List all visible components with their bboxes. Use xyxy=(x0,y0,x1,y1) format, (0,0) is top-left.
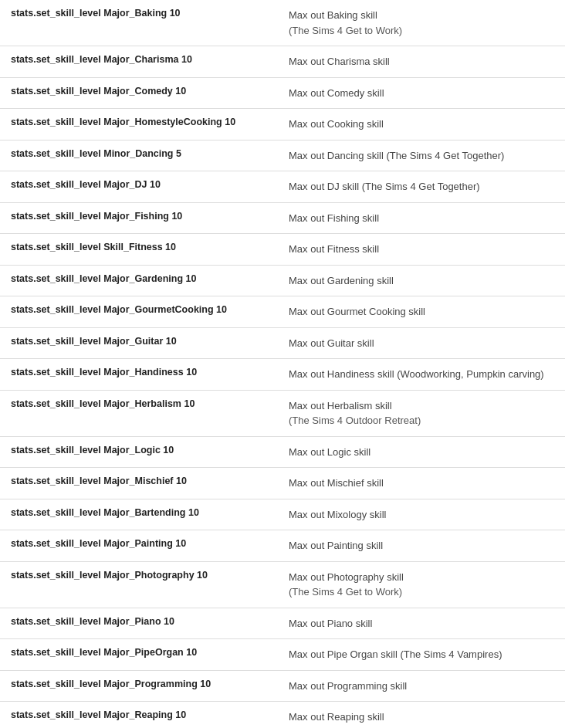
table-row: stats.set_skill_level Major_Guitar 10Max… xyxy=(0,327,565,359)
command-cell: stats.set_skill_level Major_Fishing 10 xyxy=(0,202,278,234)
description-cell: Max out Programming skill xyxy=(278,670,565,702)
description-cell: Max out Baking skill(The Sims 4 Get to W… xyxy=(278,0,565,46)
description-cell: Max out Charisma skill xyxy=(278,46,565,78)
command-cell: stats.set_skill_level Major_Comedy 10 xyxy=(0,77,278,109)
description-cell: Max out Cooking skill xyxy=(278,109,565,141)
command-cell: stats.set_skill_level Major_Bartending 1… xyxy=(0,499,278,530)
description-cell: Max out Handiness skill (Woodworking, Pu… xyxy=(278,359,565,391)
command-cell: stats.set_skill_level Major_GourmetCooki… xyxy=(0,296,278,328)
description-cell: Max out Herbalism skill(The Sims 4 Outdo… xyxy=(278,390,565,436)
table-row: stats.set_skill_level Major_DJ 10Max out… xyxy=(0,171,565,203)
description-main: Max out Herbalism skill xyxy=(289,400,392,411)
table-row: stats.set_skill_level Skill_Fitness 10Ma… xyxy=(0,234,565,266)
command-cell: stats.set_skill_level Major_Herbalism 10 xyxy=(0,390,278,436)
description-cell: Max out Guitar skill xyxy=(278,327,565,359)
table-row: stats.set_skill_level Major_Comedy 10Max… xyxy=(0,77,565,109)
command-cell: stats.set_skill_level Major_Handiness 10 xyxy=(0,359,278,391)
command-cell: stats.set_skill_level Skill_Fitness 10 xyxy=(0,234,278,266)
table-row: stats.set_skill_level Major_PipeOrgan 10… xyxy=(0,639,565,671)
description-main: Max out Photography skill xyxy=(289,571,404,583)
description-cell: Max out Photography skill(The Sims 4 Get… xyxy=(278,561,565,608)
description-cell: Max out Mischief skill xyxy=(278,468,565,499)
table-row: stats.set_skill_level Major_Baking 10Max… xyxy=(0,0,565,46)
table-row: stats.set_skill_level Major_Reaping 10Ma… xyxy=(0,702,565,729)
description-cell: Max out Reaping skill xyxy=(278,702,565,729)
table-row: stats.set_skill_level Major_GourmetCooki… xyxy=(0,296,565,328)
description-cell: Max out Gardening skill xyxy=(278,265,565,296)
table-row: stats.set_skill_level Major_HomestyleCoo… xyxy=(0,109,565,141)
command-cell: stats.set_skill_level Major_Guitar 10 xyxy=(0,327,278,359)
description-cell: Max out Gourmet Cooking skill xyxy=(278,296,565,328)
description-main: Max out Baking skill xyxy=(289,9,377,21)
command-cell: stats.set_skill_level Major_Reaping 10 xyxy=(0,702,278,729)
table-row: stats.set_skill_level Major_Herbalism 10… xyxy=(0,390,565,436)
table-row: stats.set_skill_level Major_Handiness 10… xyxy=(0,359,565,391)
description-cell: Max out Fitness skill xyxy=(278,234,565,266)
table-row: stats.set_skill_level Major_Bartending 1… xyxy=(0,499,565,530)
table-row: stats.set_skill_level Major_Logic 10Max … xyxy=(0,436,565,468)
description-cell: Max out Logic skill xyxy=(278,436,565,468)
command-cell: stats.set_skill_level Major_Gardening 10 xyxy=(0,265,278,296)
command-cell: stats.set_skill_level Major_DJ 10 xyxy=(0,171,278,203)
description-cell: Max out Pipe Organ skill (The Sims 4 Vam… xyxy=(278,639,565,671)
command-cell: stats.set_skill_level Major_Painting 10 xyxy=(0,530,278,562)
table-row: stats.set_skill_level Minor_Dancing 5Max… xyxy=(0,140,565,171)
description-cell: Max out Dancing skill (The Sims 4 Get To… xyxy=(278,140,565,171)
command-cell: stats.set_skill_level Minor_Dancing 5 xyxy=(0,140,278,171)
command-cell: stats.set_skill_level Major_PipeOrgan 10 xyxy=(0,639,278,671)
command-cell: stats.set_skill_level Major_Charisma 10 xyxy=(0,46,278,78)
command-cell: stats.set_skill_level Major_Photography … xyxy=(0,561,278,608)
description-cell: Max out Painting skill xyxy=(278,530,565,562)
command-cell: stats.set_skill_level Major_Mischief 10 xyxy=(0,468,278,499)
description-subtext: (The Sims 4 Get to Work) xyxy=(289,584,554,600)
table-row: stats.set_skill_level Major_Programming … xyxy=(0,670,565,702)
table-row: stats.set_skill_level Major_Gardening 10… xyxy=(0,265,565,296)
table-row: stats.set_skill_level Major_Photography … xyxy=(0,561,565,608)
skills-table: stats.set_skill_level Major_Baking 10Max… xyxy=(0,0,565,728)
description-subtext: (The Sims 4 Get to Work) xyxy=(289,23,554,39)
description-cell: Max out Comedy skill xyxy=(278,77,565,109)
table-row: stats.set_skill_level Major_Fishing 10Ma… xyxy=(0,202,565,234)
command-cell: stats.set_skill_level Major_Logic 10 xyxy=(0,436,278,468)
description-subtext: (The Sims 4 Outdoor Retreat) xyxy=(289,413,554,428)
table-row: stats.set_skill_level Major_Piano 10Max … xyxy=(0,608,565,639)
command-cell: stats.set_skill_level Major_Baking 10 xyxy=(0,0,278,46)
command-cell: stats.set_skill_level Major_Piano 10 xyxy=(0,608,278,639)
command-cell: stats.set_skill_level Major_HomestyleCoo… xyxy=(0,109,278,141)
description-cell: Max out Mixology skill xyxy=(278,499,565,530)
table-row: stats.set_skill_level Major_Painting 10M… xyxy=(0,530,565,562)
description-cell: Max out Piano skill xyxy=(278,608,565,639)
command-cell: stats.set_skill_level Major_Programming … xyxy=(0,670,278,702)
description-cell: Max out DJ skill (The Sims 4 Get Togethe… xyxy=(278,171,565,203)
description-cell: Max out Fishing skill xyxy=(278,202,565,234)
table-row: stats.set_skill_level Major_Mischief 10M… xyxy=(0,468,565,499)
table-row: stats.set_skill_level Major_Charisma 10M… xyxy=(0,46,565,78)
